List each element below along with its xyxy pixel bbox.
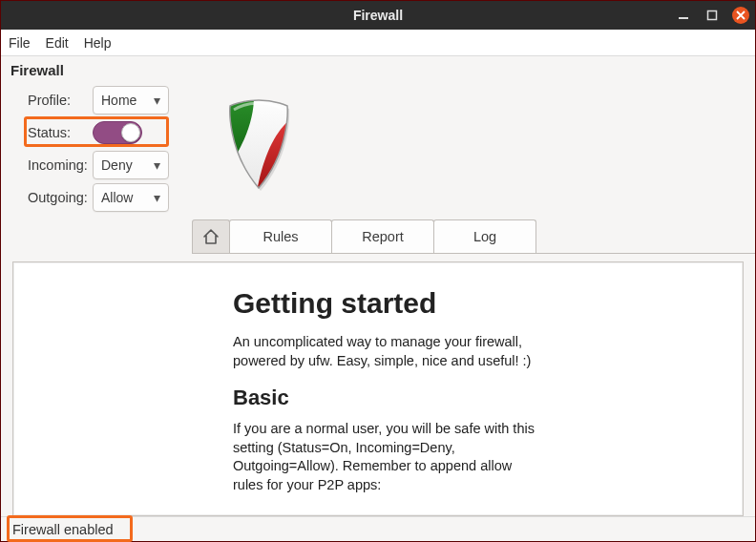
content-panel: Getting started An uncomplicated way to …	[12, 261, 744, 516]
chevron-down-icon: ▾	[154, 157, 160, 173]
outgoing-row: Outgoing: Allow ▾	[10, 183, 192, 212]
tab-report[interactable]: Report	[331, 219, 434, 253]
controls-column: Firewall Profile: Home ▾ Status: Incomin…	[10, 62, 192, 212]
maximize-button[interactable]	[704, 7, 721, 24]
menubar: File Edit Help	[1, 30, 755, 56]
toggle-knob	[121, 123, 140, 142]
top-panel: Firewall Profile: Home ▾ Status: Incomin…	[1, 56, 755, 219]
incoming-row: Incoming: Deny ▾	[10, 151, 192, 179]
status-text: Firewall enabled	[12, 522, 114, 537]
status-toggle[interactable]	[93, 121, 142, 144]
titlebar: Firewall	[1, 1, 755, 30]
home-icon	[202, 228, 220, 245]
close-button[interactable]	[732, 7, 749, 24]
profile-value: Home	[101, 93, 136, 108]
outgoing-dropdown[interactable]: Allow ▾	[93, 183, 169, 212]
chevron-down-icon: ▾	[154, 93, 160, 108]
logo-column	[192, 62, 297, 212]
incoming-dropdown[interactable]: Deny ▾	[93, 151, 169, 179]
status-label: Status:	[10, 125, 93, 140]
outgoing-label: Outgoing:	[10, 190, 93, 205]
window-controls	[675, 1, 749, 30]
content-intro: An uncomplicated way to manage your fire…	[233, 333, 538, 370]
profile-dropdown[interactable]: Home ▾	[93, 86, 169, 115]
tab-row: Rules Report Log	[192, 219, 755, 254]
incoming-label: Incoming:	[10, 157, 93, 173]
status-row: Status:	[10, 118, 192, 147]
profile-label: Profile:	[10, 93, 93, 108]
tab-home[interactable]	[192, 219, 230, 253]
outgoing-value: Allow	[101, 190, 133, 205]
content-wrap: Getting started An uncomplicated way to …	[1, 254, 755, 516]
menu-help[interactable]: Help	[84, 35, 112, 51]
shield-icon	[220, 96, 297, 192]
app-window: Firewall File Edit Help Firewall Profile…	[0, 0, 756, 542]
statusbar: Firewall enabled	[1, 516, 755, 541]
svg-rect-1	[708, 11, 717, 20]
window-title: Firewall	[353, 8, 403, 23]
minimize-button[interactable]	[675, 7, 692, 24]
profile-row: Profile: Home ▾	[10, 86, 192, 115]
content-heading: Getting started	[233, 287, 743, 320]
chevron-down-icon: ▾	[154, 190, 160, 205]
incoming-value: Deny	[101, 157, 133, 173]
tab-rules[interactable]: Rules	[229, 219, 332, 253]
menu-edit[interactable]: Edit	[46, 35, 69, 51]
content-basic-text: If you are a normal user, you will be sa…	[233, 420, 538, 494]
content-subheading: Basic	[233, 386, 743, 410]
tab-log[interactable]: Log	[433, 219, 536, 253]
section-title: Firewall	[10, 62, 192, 78]
svg-rect-0	[679, 17, 688, 19]
menu-file[interactable]: File	[9, 35, 31, 51]
